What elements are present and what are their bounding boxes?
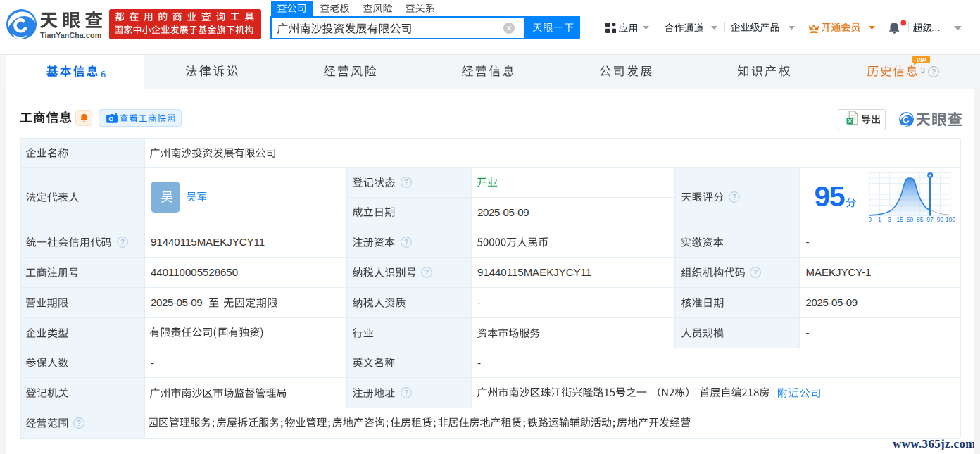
svg-text:?: ? (404, 238, 408, 246)
svg-text:0: 0 (869, 216, 872, 223)
svg-text:?: ? (753, 268, 758, 276)
svg-text:3: 3 (888, 216, 891, 223)
svg-text:VIP: VIP (917, 56, 926, 63)
svg-text:100: 100 (946, 216, 955, 223)
svg-text:99: 99 (937, 216, 944, 223)
svg-text:?: ? (732, 193, 736, 201)
svg-text:1: 1 (878, 216, 881, 223)
svg-text:?: ? (425, 268, 429, 276)
svg-text:97: 97 (926, 216, 934, 223)
svg-text:?: ? (931, 68, 936, 75)
svg-text:?: ? (404, 389, 408, 396)
svg-text:?: ? (404, 178, 408, 186)
svg-text:?: ? (77, 419, 81, 427)
svg-text:85: 85 (917, 216, 924, 223)
svg-text:?: ? (121, 238, 125, 246)
svg-text:50: 50 (907, 216, 914, 223)
svg-text:15: 15 (896, 216, 903, 223)
